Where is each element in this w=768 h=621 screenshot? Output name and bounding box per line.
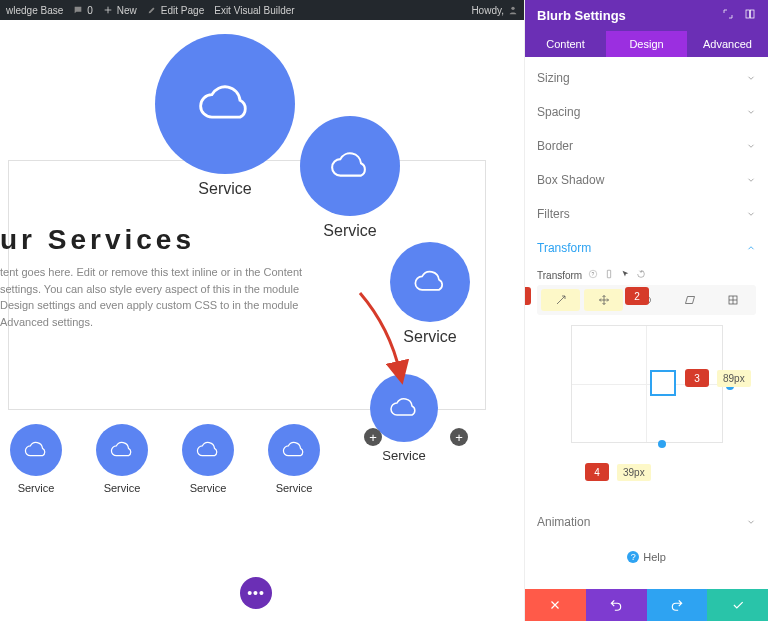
section-border[interactable]: Border xyxy=(537,129,756,163)
adminbar-comments[interactable]: 0 xyxy=(73,5,93,16)
redo-button[interactable] xyxy=(647,589,708,621)
add-module-button[interactable]: + xyxy=(364,428,382,446)
blurb-small-2[interactable]: Service xyxy=(96,424,148,494)
snap-icon[interactable] xyxy=(744,8,756,23)
adminbar-exit-vb[interactable]: Exit Visual Builder xyxy=(214,5,294,16)
transform-scale-button[interactable] xyxy=(541,289,580,311)
wp-admin-bar: wledge Base 0 New Edit Page Exit Visual … xyxy=(0,0,524,20)
svg-rect-1 xyxy=(746,10,750,18)
reset-icon[interactable] xyxy=(636,269,646,281)
blurb-small-1[interactable]: Service xyxy=(10,424,62,494)
transform-body: Transform ? 1 2 xyxy=(537,265,756,505)
discard-button[interactable] xyxy=(525,589,586,621)
panel-header: Blurb Settings xyxy=(525,0,768,31)
transform-target[interactable] xyxy=(650,370,676,396)
section-sizing[interactable]: Sizing xyxy=(537,61,756,95)
adminbar-edit[interactable]: Edit Page xyxy=(147,5,204,16)
callout-2: 2 xyxy=(625,287,649,305)
page-canvas: ur Services tent goes here. Edit or remo… xyxy=(0,20,524,621)
blurb-small-4[interactable]: Service xyxy=(268,424,320,494)
annotation-arrow xyxy=(350,288,420,388)
callout-4: 439px xyxy=(585,463,651,481)
section-filters[interactable]: Filters xyxy=(537,197,756,231)
blurb-service-1[interactable]: Service xyxy=(155,34,295,198)
blurb-small-3[interactable]: Service xyxy=(182,424,234,494)
svg-text:?: ? xyxy=(592,271,595,277)
section-box-shadow[interactable]: Box Shadow xyxy=(537,163,756,197)
phone-icon[interactable] xyxy=(604,269,614,281)
adminbar-howdy[interactable]: Howdy, xyxy=(471,5,518,16)
callout-1: 1 xyxy=(525,287,531,305)
section-spacing[interactable]: Spacing xyxy=(537,95,756,129)
svg-rect-5 xyxy=(608,270,611,278)
panel-footer xyxy=(525,589,768,621)
callout-3: 389px xyxy=(685,369,751,387)
svg-point-0 xyxy=(511,7,514,10)
tab-design[interactable]: Design xyxy=(606,31,687,57)
panel-title: Blurb Settings xyxy=(537,8,626,23)
transform-origin-button[interactable] xyxy=(713,289,752,311)
transform-handle-y[interactable] xyxy=(658,440,666,448)
adminbar-new[interactable]: New xyxy=(103,5,137,16)
transform-translate-button[interactable] xyxy=(584,289,623,311)
help-icon[interactable]: ? xyxy=(588,269,598,281)
section-animation[interactable]: Animation xyxy=(537,505,756,539)
help-badge-icon: ? xyxy=(627,551,639,563)
help-link[interactable]: ?Help xyxy=(537,539,756,577)
undo-button[interactable] xyxy=(586,589,647,621)
transform-skew-button[interactable] xyxy=(670,289,709,311)
page-body-text[interactable]: tent goes here. Edit or remove this text… xyxy=(0,264,330,330)
transform-x-value: 89px xyxy=(717,370,751,387)
hover-icon[interactable] xyxy=(620,269,630,281)
blurb-service-2[interactable]: Service xyxy=(300,116,400,240)
save-button[interactable] xyxy=(707,589,768,621)
add-module-button[interactable]: + xyxy=(450,428,468,446)
adminbar-kb[interactable]: wledge Base xyxy=(6,5,63,16)
settings-panel: Blurb Settings Content Design Advanced S… xyxy=(524,0,768,621)
page-heading[interactable]: ur Services xyxy=(0,224,195,256)
transform-y-value: 39px xyxy=(617,464,651,481)
svg-rect-2 xyxy=(751,10,755,18)
transform-label: Transform xyxy=(537,270,582,281)
tab-advanced[interactable]: Advanced xyxy=(687,31,768,57)
panel-tabs: Content Design Advanced xyxy=(525,31,768,57)
expand-icon[interactable] xyxy=(722,8,734,23)
transform-mode-row: 1 2 xyxy=(537,285,756,315)
section-transform[interactable]: Transform xyxy=(537,231,756,265)
builder-fab-menu[interactable]: ••• xyxy=(240,577,272,609)
tab-content[interactable]: Content xyxy=(525,31,606,57)
